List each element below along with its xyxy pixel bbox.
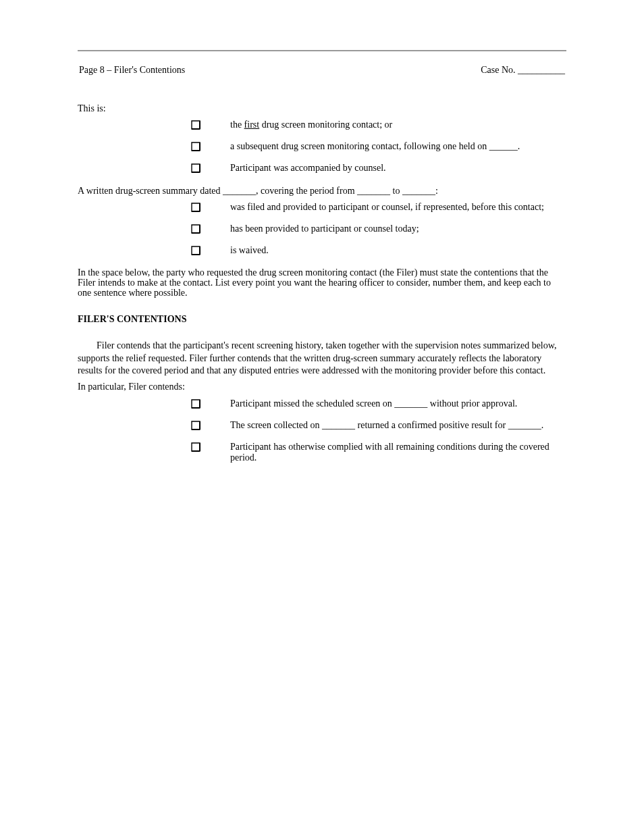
checkbox-icon [191, 246, 200, 255]
instructions-paragraph: In the space below, the party who reques… [78, 268, 566, 298]
bullet-list-2: was filed and provided to participant or… [78, 202, 566, 256]
bullet-item: has been provided to participant or coun… [191, 224, 566, 234]
bullet-item: a subsequent drug screen monitoring cont… [191, 141, 566, 152]
header-title: Page 8 – Filer's Contentions [79, 65, 185, 76]
bullet-item: Participant was accompanied by counsel. [191, 163, 566, 174]
section-heading: FILER'S CONTENTIONS [78, 314, 566, 325]
lead-line-1: This is: [78, 104, 566, 114]
page-header: Page 8 – Filer's Contentions Case No. __… [79, 65, 565, 76]
checkbox-icon [191, 120, 200, 130]
underlined-word: first [244, 120, 260, 130]
bullet-item: is waived. [191, 245, 566, 256]
checkbox-icon [191, 421, 200, 430]
lead-line-2: A written drug-screen summary dated ____… [78, 186, 566, 197]
horizontal-rule [78, 50, 566, 51]
checkbox-icon [191, 224, 200, 234]
list-intro: In particular, Filer contends: [78, 381, 566, 393]
bullet-text: the first drug screen monitoring contact… [230, 120, 392, 130]
bullet-text: The screen collected on _______ returned… [230, 420, 543, 430]
checkbox-icon [191, 399, 200, 409]
bullet-text: Participant missed the scheduled screen … [230, 398, 517, 409]
bullet-item: the first drug screen monitoring contact… [191, 120, 566, 130]
checkbox-icon [191, 163, 200, 173]
contentions-paragraph: Filer contends that the participant's re… [78, 340, 566, 377]
bullet-list-1: the first drug screen monitoring contact… [78, 120, 566, 174]
checkbox-icon [191, 142, 200, 151]
bullet-text: is waived. [230, 245, 269, 255]
bullet-item: was filed and provided to participant or… [191, 202, 566, 213]
bullet-item: Participant has otherwise complied with … [191, 442, 566, 463]
bullet-text: a subsequent drug screen monitoring cont… [230, 141, 520, 151]
bullet-item: Participant missed the scheduled screen … [191, 398, 566, 409]
bullet-text: Participant was accompanied by counsel. [230, 163, 386, 173]
bullet-list-3: Participant missed the scheduled screen … [78, 398, 566, 463]
header-case-number: Case No. __________ [481, 65, 565, 76]
bullet-text: was filed and provided to participant or… [230, 202, 544, 212]
bullet-item: The screen collected on _______ returned… [191, 420, 566, 431]
bullet-text: Participant has otherwise complied with … [230, 442, 549, 463]
checkbox-icon [191, 203, 200, 212]
bullet-text: has been provided to participant or coun… [230, 224, 419, 234]
checkbox-icon [191, 442, 200, 452]
